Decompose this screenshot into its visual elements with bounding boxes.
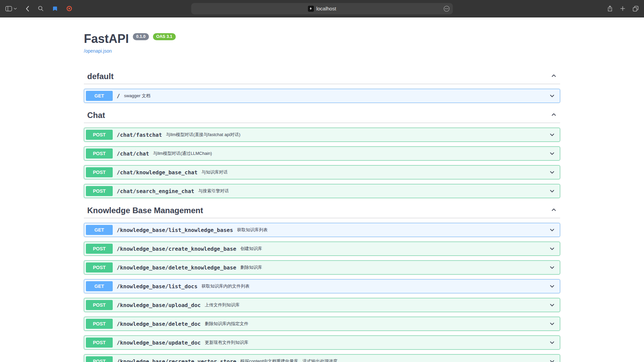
endpoint-summary: 与搜索引擎对话 bbox=[198, 188, 546, 194]
http-method-badge: POST bbox=[86, 244, 113, 254]
http-method-badge: POST bbox=[86, 262, 113, 273]
tabs-overview-button[interactable] bbox=[633, 6, 639, 12]
endpoint-path: /chat/knowledge_base_chat bbox=[117, 169, 198, 176]
operation-summary[interactable]: POST /chat/knowledge_base_chat 与知识库对话 bbox=[84, 166, 560, 179]
version-badge: 0.1.0 bbox=[133, 33, 149, 40]
chevron-up-icon[interactable] bbox=[551, 112, 557, 119]
back-button[interactable] bbox=[25, 6, 29, 12]
chevron-down-icon[interactable] bbox=[546, 358, 558, 362]
chevron-down-icon[interactable] bbox=[546, 302, 558, 308]
operation-summary[interactable]: POST /chat/fastchat 与llm模型对话(直接与fastchat… bbox=[84, 128, 560, 141]
endpoint-summary: 上传文件到知识库 bbox=[205, 302, 546, 308]
endpoint-path: /chat/fastchat bbox=[117, 132, 162, 138]
share-icon bbox=[607, 5, 613, 12]
chevron-down-icon[interactable] bbox=[546, 150, 558, 157]
extension-button-blue[interactable] bbox=[52, 6, 58, 11]
site-favicon-icon bbox=[308, 6, 314, 12]
operation-summary[interactable]: POST /knowledge_base/create_knowledge_ba… bbox=[84, 242, 560, 255]
toolbar-right-group bbox=[607, 5, 639, 12]
section-header-default[interactable]: default bbox=[84, 69, 560, 84]
http-method-badge: POST bbox=[86, 338, 113, 348]
http-method-badge: POST bbox=[86, 148, 113, 159]
chevron-down-icon[interactable] bbox=[546, 340, 558, 346]
endpoint-path: /chat/chat bbox=[117, 150, 149, 157]
chevron-down-icon[interactable] bbox=[546, 246, 558, 252]
endpoint-path: /knowledge_base/list_docs bbox=[117, 283, 198, 290]
operation-summary[interactable]: POST /knowledge_base/delete_knowledge_ba… bbox=[84, 261, 560, 274]
api-operation-row: POST /knowledge_base/create_knowledge_ba… bbox=[84, 242, 560, 256]
http-method-badge: GET bbox=[86, 281, 113, 291]
endpoint-summary: 获取知识库内的文件列表 bbox=[202, 283, 546, 289]
share-button[interactable] bbox=[607, 5, 613, 12]
http-method-badge: GET bbox=[86, 91, 113, 101]
chevron-down-icon[interactable] bbox=[546, 283, 558, 289]
chevron-down-icon[interactable] bbox=[546, 188, 558, 194]
http-method-badge: POST bbox=[86, 300, 113, 310]
chevron-up-icon[interactable] bbox=[551, 207, 557, 214]
endpoint-summary: 删除知识库内指定文件 bbox=[205, 321, 546, 327]
http-method-badge: POST bbox=[86, 167, 113, 177]
api-section: Knowledge Base Management GET /knowledge… bbox=[84, 203, 560, 362]
api-operation-row: POST /chat/knowledge_base_chat 与知识库对话 bbox=[84, 165, 560, 179]
endpoint-path: /knowledge_base/list_knowledge_bases bbox=[117, 227, 233, 233]
endpoint-path: /knowledge_base/create_knowledge_base bbox=[117, 246, 236, 252]
sidebar-caret-icon bbox=[14, 8, 17, 10]
endpoint-path: /chat/search_engine_chat bbox=[117, 188, 194, 194]
chevron-up-icon[interactable] bbox=[551, 73, 557, 80]
section-header-knowledge-base[interactable]: Knowledge Base Management bbox=[84, 203, 560, 218]
api-operation-row: POST /chat/chat 与llm模型对话(通过LLMChain) bbox=[84, 146, 560, 161]
operation-summary[interactable]: POST /chat/chat 与llm模型对话(通过LLMChain) bbox=[84, 147, 560, 160]
sidebar-toggle-button[interactable] bbox=[5, 6, 17, 11]
api-info: FastAPI 0.1.0 OAS 3.1 /openapi.json bbox=[84, 32, 560, 54]
chevron-down-icon[interactable] bbox=[546, 321, 558, 327]
endpoint-summary: 获取知识库列表 bbox=[237, 227, 546, 233]
http-method-badge: POST bbox=[86, 356, 113, 362]
operation-summary[interactable]: GET /knowledge_base/list_docs 获取知识库内的文件列… bbox=[84, 280, 560, 293]
section-header-chat[interactable]: Chat bbox=[84, 108, 560, 123]
chevron-left-icon bbox=[25, 6, 29, 12]
api-operation-row: POST /knowledge_base/delete_knowledge_ba… bbox=[84, 260, 560, 275]
tabs-overview-icon bbox=[633, 6, 639, 12]
section-title: Chat bbox=[87, 111, 551, 120]
chevron-down-icon[interactable] bbox=[546, 227, 558, 233]
api-operation-row: POST /knowledge_base/delete_doc 删除知识库内指定… bbox=[84, 317, 560, 331]
address-bar[interactable]: localhost bbox=[191, 3, 453, 14]
oas-badge: OAS 3.1 bbox=[153, 33, 176, 40]
api-operation-row: POST /knowledge_base/upload_doc 上传文件到知识库 bbox=[84, 298, 560, 312]
new-tab-button[interactable] bbox=[620, 6, 625, 11]
sidebar-icon bbox=[5, 6, 12, 11]
operation-summary[interactable]: POST /knowledge_base/update_doc 更新现有文件到知… bbox=[84, 336, 560, 349]
endpoint-path: /knowledge_base/delete_knowledge_base bbox=[117, 264, 236, 271]
endpoint-summary: 根据content中文档重建向量库，流式输出处理进度。 bbox=[240, 358, 546, 362]
chevron-down-icon[interactable] bbox=[546, 132, 558, 138]
endpoint-path: /knowledge_base/delete_doc bbox=[117, 321, 201, 327]
chevron-down-icon[interactable] bbox=[546, 169, 558, 175]
operation-summary[interactable]: POST /chat/search_engine_chat 与搜索引擎对话 bbox=[84, 184, 560, 198]
search-button[interactable] bbox=[38, 6, 44, 11]
endpoint-summary: 与llm模型对话(通过LLMChain) bbox=[153, 150, 546, 157]
section-title: Knowledge Base Management bbox=[87, 206, 551, 215]
http-method-badge: POST bbox=[86, 319, 113, 329]
chevron-down-icon[interactable] bbox=[546, 264, 558, 270]
search-icon bbox=[38, 6, 44, 11]
extension-button-orange[interactable] bbox=[66, 6, 72, 11]
operation-summary[interactable]: GET /knowledge_base/list_knowledge_bases… bbox=[84, 223, 560, 237]
operation-summary[interactable]: POST /knowledge_base/upload_doc 上传文件到知识库 bbox=[84, 298, 560, 312]
plus-icon bbox=[620, 6, 625, 11]
extension-icon-orange bbox=[66, 6, 72, 11]
operation-summary[interactable]: GET / swagger 文档 bbox=[84, 89, 560, 103]
openapi-spec-link[interactable]: /openapi.json bbox=[84, 48, 112, 54]
operation-summary[interactable]: POST /knowledge_base/delete_doc 删除知识库内指定… bbox=[84, 317, 560, 330]
endpoint-summary: 更新现有文件到知识库 bbox=[205, 340, 546, 346]
endpoint-path: / bbox=[117, 93, 120, 99]
extension-icon-blue bbox=[52, 6, 58, 11]
chevron-down-icon[interactable] bbox=[546, 93, 558, 99]
extensions-menu-button[interactable] bbox=[443, 5, 450, 12]
api-operation-row: POST /knowledge_base/recreate_vector_sto… bbox=[84, 354, 560, 362]
endpoint-path: /knowledge_base/update_doc bbox=[117, 340, 201, 346]
toolbar-left-group bbox=[5, 6, 72, 12]
api-section: default GET / swagger 文档 bbox=[84, 69, 560, 103]
url-text: localhost bbox=[316, 6, 336, 11]
api-section: Chat POST /chat/fastchat 与llm模型对话(直接与fas… bbox=[84, 108, 560, 198]
operation-summary[interactable]: POST /knowledge_base/recreate_vector_sto… bbox=[84, 355, 560, 362]
